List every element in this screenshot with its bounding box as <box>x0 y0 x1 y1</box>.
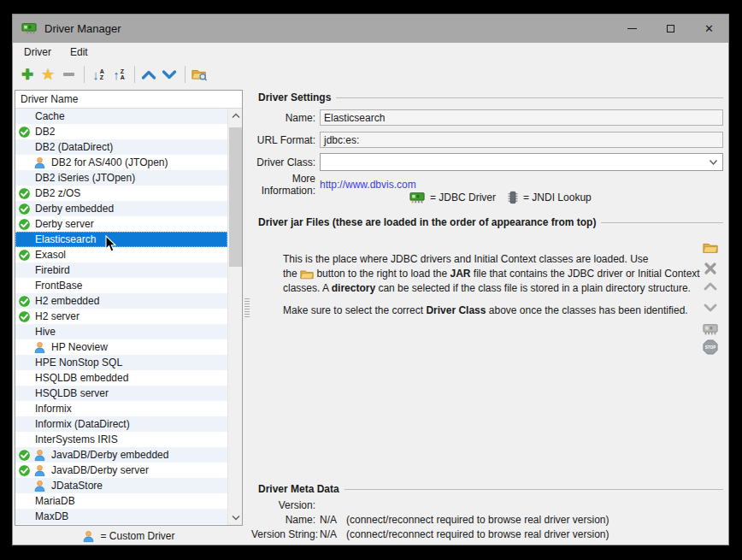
list-item[interactable]: HSQLDB server <box>15 386 227 401</box>
driver-manager-window: Driver Manager ✕ Driver Edit ✚ ★ ↓ AZ ↑ … <box>12 14 729 545</box>
remove-jar-button[interactable] <box>702 260 719 277</box>
list-item[interactable]: H2 embedded <box>15 293 227 309</box>
driver-name: DB2 <box>35 126 55 138</box>
close-icon: ✕ <box>704 23 714 34</box>
list-item[interactable]: MariaDB <box>15 493 227 509</box>
default-driver-button[interactable]: ★ <box>38 65 57 84</box>
sort-descending-button[interactable]: ↑ ZA <box>109 65 128 84</box>
driver-card-icon <box>703 323 718 336</box>
list-item[interactable]: Informix (DataDirect) <box>15 416 227 432</box>
maximize-icon <box>667 25 674 32</box>
url-format-field[interactable]: jdbc:es: <box>320 132 723 148</box>
list-item[interactable]: Exasol <box>15 247 227 262</box>
folder-search-icon <box>191 68 208 81</box>
list-item[interactable]: Elasticsearch <box>15 232 227 247</box>
move-down-button[interactable] <box>160 65 179 84</box>
sort-descending-icon: ↑ ZA <box>113 68 125 81</box>
check-icon <box>18 294 33 308</box>
move-jar-down-button[interactable] <box>702 299 719 316</box>
list-item[interactable]: DB2 (DataDirect) <box>15 139 227 155</box>
folder-icon <box>703 241 718 254</box>
check-icon <box>18 125 33 139</box>
list-item[interactable]: InterSystems IRIS <box>15 432 227 447</box>
find-driver-class-button[interactable] <box>702 321 719 338</box>
check-slot <box>18 402 33 416</box>
menu-driver[interactable]: Driver <box>16 44 59 60</box>
driver-name: MaxDB <box>35 510 68 522</box>
driver-name: Firebird <box>35 264 70 276</box>
list-item[interactable]: HP Neoview <box>15 339 227 355</box>
driver-finder-button[interactable] <box>190 65 209 84</box>
close-button[interactable]: ✕ <box>690 15 728 43</box>
check-icon <box>18 463 33 477</box>
window-title: Driver Manager <box>44 22 121 35</box>
list-item[interactable]: Derby server <box>15 216 227 232</box>
driver-list: Cache DB2DB2 (DataDirect) DB2 for AS/400… <box>15 109 227 525</box>
plus-icon: ✚ <box>21 68 33 82</box>
list-item[interactable]: HPE NonStop SQL <box>15 355 227 370</box>
driver-meta-data-title: Driver Meta Data <box>258 483 339 495</box>
check-slot <box>18 171 33 185</box>
list-item[interactable]: Firebird <box>15 262 227 278</box>
remove-driver-button[interactable] <box>59 65 78 84</box>
list-item[interactable]: JavaDB/Derby embedded <box>15 447 227 463</box>
driver-name: Derby embedded <box>35 203 114 215</box>
combo-chevron-icon <box>709 156 718 168</box>
list-item[interactable]: JavaDB/Derby server <box>15 463 227 478</box>
list-item[interactable]: DB2 <box>15 124 227 139</box>
check-slot <box>18 479 33 492</box>
name-field[interactable]: Elasticsearch <box>320 109 723 126</box>
check-slot <box>18 417 33 431</box>
list-scrollbar[interactable] <box>227 109 242 525</box>
move-up-button[interactable] <box>139 65 158 84</box>
driver-class-combobox[interactable] <box>320 153 723 171</box>
custom-driver-icon <box>33 448 50 462</box>
list-item[interactable]: Hive <box>15 324 227 339</box>
sort-ascending-icon: ↓ AZ <box>92 68 104 81</box>
stop-loading-button[interactable]: STOP <box>702 339 719 356</box>
list-item[interactable]: Cache <box>15 109 227 124</box>
list-item[interactable]: H2 server <box>15 309 227 324</box>
driver-settings-section: Driver Settings <box>251 91 723 103</box>
minimize-button[interactable] <box>613 15 651 43</box>
jdbc-legend-label: = JDBC Driver <box>430 192 496 203</box>
list-item[interactable]: DB2 z/OS <box>15 186 227 201</box>
driver-name: HSQLDB embedded <box>35 372 128 384</box>
chevron-down-icon <box>162 69 177 80</box>
scrollbar-thumb[interactable] <box>229 127 242 267</box>
list-item[interactable]: JDataStore <box>15 478 227 493</box>
check-icon <box>18 248 33 262</box>
driver-name: HP Neoview <box>51 341 108 353</box>
more-information-link[interactable]: http://www.dbvis.com <box>320 179 416 191</box>
list-item[interactable]: Informix <box>15 401 227 416</box>
list-item[interactable]: Derby embedded <box>15 201 227 216</box>
splitter-grip[interactable] <box>244 298 250 319</box>
driver-name: H2 embedded <box>35 295 99 307</box>
x-icon <box>704 262 717 275</box>
driver-name: H2 server <box>35 310 80 322</box>
list-item[interactable]: DB2 for AS/400 (JTOpen) <box>15 155 227 170</box>
chevron-up-icon <box>141 69 156 80</box>
sort-ascending-button[interactable]: ↓ AZ <box>89 65 108 84</box>
scroll-up-button[interactable] <box>228 109 243 123</box>
list-item[interactable]: HSQLDB embedded <box>15 370 227 386</box>
move-jar-up-button[interactable] <box>702 278 719 295</box>
open-jar-folder-button[interactable] <box>702 239 719 256</box>
scroll-down-button[interactable] <box>228 510 243 525</box>
menu-edit[interactable]: Edit <box>62 44 96 60</box>
list-item[interactable]: DB2 iSeries (JTOpen) <box>15 170 227 186</box>
list-item[interactable]: FrontBase <box>15 278 227 293</box>
jdbc-driver-icon <box>409 192 425 204</box>
driver-list-header[interactable]: Driver Name <box>15 91 242 109</box>
driver-name: Cache <box>35 110 65 122</box>
jndi-lookup-icon <box>508 191 518 204</box>
check-slot <box>18 510 33 523</box>
titlebar[interactable]: Driver Manager ✕ <box>13 15 728 43</box>
maximize-button[interactable] <box>651 15 690 43</box>
list-item[interactable]: MaxDB <box>15 509 227 524</box>
driver-name: Informix <box>35 403 72 415</box>
add-driver-button[interactable]: ✚ <box>18 65 37 84</box>
toolbar-separator <box>84 66 85 83</box>
mouse-cursor <box>105 235 117 256</box>
check-slot <box>18 356 33 369</box>
